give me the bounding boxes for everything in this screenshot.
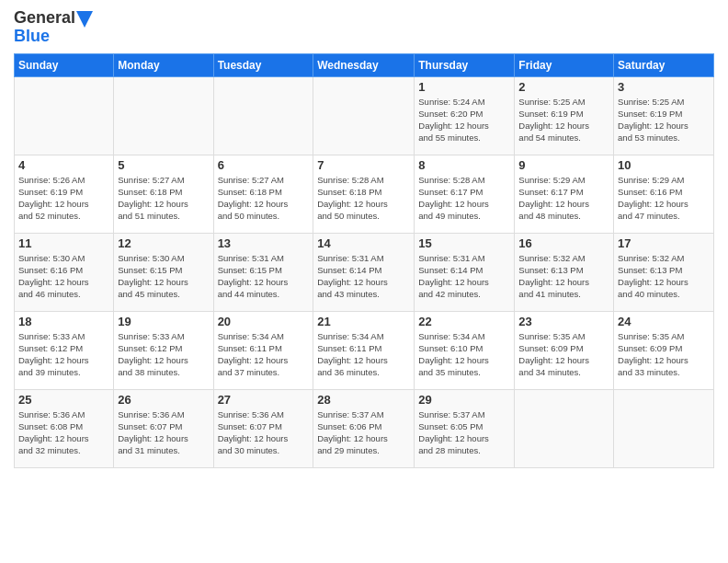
logo: General Blue xyxy=(14,9,94,46)
day-cell: 3Sunrise: 5:25 AMSunset: 6:19 PMDaylight… xyxy=(614,76,714,155)
day-number: 8 xyxy=(418,158,510,172)
weekday-header-wednesday: Wednesday xyxy=(313,53,415,76)
day-cell: 4Sunrise: 5:26 AMSunset: 6:19 PMDaylight… xyxy=(15,155,114,233)
week-row-1: 1Sunrise: 5:24 AMSunset: 6:20 PMDaylight… xyxy=(15,76,714,155)
day-info: Sunrise: 5:31 AMSunset: 6:15 PMDaylight:… xyxy=(218,253,289,300)
day-number: 22 xyxy=(418,315,510,328)
day-number: 1 xyxy=(418,80,510,94)
day-info: Sunrise: 5:34 AMSunset: 6:11 PMDaylight:… xyxy=(317,331,388,378)
day-info: Sunrise: 5:29 AMSunset: 6:16 PMDaylight:… xyxy=(618,175,688,222)
day-cell: 14Sunrise: 5:31 AMSunset: 6:14 PMDayligh… xyxy=(313,233,415,311)
page-container: General Blue SundayMondayTuesdayWednesda… xyxy=(0,0,728,477)
day-number: 12 xyxy=(118,236,209,250)
day-info: Sunrise: 5:36 AMSunset: 6:07 PMDaylight:… xyxy=(218,409,289,456)
weekday-header-tuesday: Tuesday xyxy=(213,53,313,76)
day-cell: 18Sunrise: 5:33 AMSunset: 6:12 PMDayligh… xyxy=(15,311,114,389)
day-cell: 8Sunrise: 5:28 AMSunset: 6:17 PMDaylight… xyxy=(415,155,515,233)
weekday-header-sunday: Sunday xyxy=(15,53,114,76)
day-info: Sunrise: 5:24 AMSunset: 6:20 PMDaylight:… xyxy=(418,97,489,144)
day-cell: 27Sunrise: 5:36 AMSunset: 6:07 PMDayligh… xyxy=(213,389,313,467)
weekday-header-monday: Monday xyxy=(114,53,213,76)
day-cell: 12Sunrise: 5:30 AMSunset: 6:15 PMDayligh… xyxy=(114,233,213,311)
day-info: Sunrise: 5:25 AMSunset: 6:19 PMDaylight:… xyxy=(518,97,589,144)
day-cell: 28Sunrise: 5:37 AMSunset: 6:06 PMDayligh… xyxy=(313,389,415,467)
day-number: 4 xyxy=(18,158,109,172)
day-number: 18 xyxy=(18,315,109,328)
day-cell: 6Sunrise: 5:27 AMSunset: 6:18 PMDaylight… xyxy=(213,155,313,233)
day-cell xyxy=(614,389,714,467)
day-info: Sunrise: 5:29 AMSunset: 6:17 PMDaylight:… xyxy=(518,175,589,222)
day-cell: 26Sunrise: 5:36 AMSunset: 6:07 PMDayligh… xyxy=(114,389,213,467)
day-info: Sunrise: 5:28 AMSunset: 6:18 PMDaylight:… xyxy=(317,175,388,222)
week-row-4: 18Sunrise: 5:33 AMSunset: 6:12 PMDayligh… xyxy=(15,311,714,389)
day-number: 7 xyxy=(317,158,410,172)
day-cell: 11Sunrise: 5:30 AMSunset: 6:16 PMDayligh… xyxy=(15,233,114,311)
day-number: 13 xyxy=(218,236,310,250)
day-number: 11 xyxy=(18,236,109,250)
day-cell: 23Sunrise: 5:35 AMSunset: 6:09 PMDayligh… xyxy=(515,311,614,389)
day-info: Sunrise: 5:30 AMSunset: 6:15 PMDaylight:… xyxy=(118,253,188,300)
day-info: Sunrise: 5:33 AMSunset: 6:12 PMDaylight:… xyxy=(18,331,89,378)
day-info: Sunrise: 5:36 AMSunset: 6:08 PMDaylight:… xyxy=(18,409,89,456)
day-cell: 10Sunrise: 5:29 AMSunset: 6:16 PMDayligh… xyxy=(614,155,714,233)
day-cell xyxy=(213,76,313,155)
day-info: Sunrise: 5:34 AMSunset: 6:11 PMDaylight:… xyxy=(218,331,289,378)
calendar-table: SundayMondayTuesdayWednesdayThursdayFrid… xyxy=(14,53,714,468)
day-cell: 9Sunrise: 5:29 AMSunset: 6:17 PMDaylight… xyxy=(515,155,614,233)
day-info: Sunrise: 5:25 AMSunset: 6:19 PMDaylight:… xyxy=(618,97,688,144)
day-info: Sunrise: 5:31 AMSunset: 6:14 PMDaylight:… xyxy=(317,253,388,300)
day-cell xyxy=(114,76,213,155)
weekday-header-thursday: Thursday xyxy=(415,53,515,76)
day-info: Sunrise: 5:37 AMSunset: 6:06 PMDaylight:… xyxy=(317,409,388,456)
week-row-2: 4Sunrise: 5:26 AMSunset: 6:19 PMDaylight… xyxy=(15,155,714,233)
day-number: 9 xyxy=(518,158,609,172)
logo-general: General xyxy=(14,8,75,27)
day-number: 28 xyxy=(317,393,410,407)
logo-text: General Blue xyxy=(14,9,94,46)
day-number: 25 xyxy=(18,393,109,407)
day-cell: 5Sunrise: 5:27 AMSunset: 6:18 PMDaylight… xyxy=(114,155,213,233)
day-info: Sunrise: 5:32 AMSunset: 6:13 PMDaylight:… xyxy=(518,253,589,300)
weekday-header-row: SundayMondayTuesdayWednesdayThursdayFrid… xyxy=(15,53,714,76)
day-info: Sunrise: 5:35 AMSunset: 6:09 PMDaylight:… xyxy=(518,331,589,378)
day-number: 10 xyxy=(618,158,710,172)
day-number: 14 xyxy=(317,236,410,250)
day-info: Sunrise: 5:35 AMSunset: 6:09 PMDaylight:… xyxy=(618,331,688,378)
day-cell: 15Sunrise: 5:31 AMSunset: 6:14 PMDayligh… xyxy=(415,233,515,311)
day-cell: 13Sunrise: 5:31 AMSunset: 6:15 PMDayligh… xyxy=(213,233,313,311)
day-number: 15 xyxy=(418,236,510,250)
day-cell: 7Sunrise: 5:28 AMSunset: 6:18 PMDaylight… xyxy=(313,155,415,233)
header: General Blue xyxy=(14,9,714,46)
logo-triangle-icon xyxy=(76,11,93,28)
day-info: Sunrise: 5:36 AMSunset: 6:07 PMDaylight:… xyxy=(118,409,188,456)
day-info: Sunrise: 5:33 AMSunset: 6:12 PMDaylight:… xyxy=(118,331,188,378)
day-cell xyxy=(15,76,114,155)
week-row-3: 11Sunrise: 5:30 AMSunset: 6:16 PMDayligh… xyxy=(15,233,714,311)
day-cell: 22Sunrise: 5:34 AMSunset: 6:10 PMDayligh… xyxy=(415,311,515,389)
day-number: 27 xyxy=(218,393,310,407)
day-info: Sunrise: 5:28 AMSunset: 6:17 PMDaylight:… xyxy=(418,175,489,222)
day-info: Sunrise: 5:27 AMSunset: 6:18 PMDaylight:… xyxy=(118,175,188,222)
day-number: 19 xyxy=(118,315,209,328)
day-number: 3 xyxy=(618,80,710,94)
day-number: 2 xyxy=(518,80,609,94)
day-cell: 1Sunrise: 5:24 AMSunset: 6:20 PMDaylight… xyxy=(415,76,515,155)
day-number: 17 xyxy=(618,236,710,250)
day-cell: 2Sunrise: 5:25 AMSunset: 6:19 PMDaylight… xyxy=(515,76,614,155)
day-info: Sunrise: 5:30 AMSunset: 6:16 PMDaylight:… xyxy=(18,253,89,300)
day-number: 16 xyxy=(518,236,609,250)
day-info: Sunrise: 5:27 AMSunset: 6:18 PMDaylight:… xyxy=(218,175,289,222)
day-number: 6 xyxy=(218,158,310,172)
day-cell: 24Sunrise: 5:35 AMSunset: 6:09 PMDayligh… xyxy=(614,311,714,389)
day-cell xyxy=(313,76,415,155)
day-number: 24 xyxy=(618,315,710,328)
day-number: 20 xyxy=(218,315,310,328)
day-cell: 29Sunrise: 5:37 AMSunset: 6:05 PMDayligh… xyxy=(415,389,515,467)
day-cell xyxy=(515,389,614,467)
logo-blue: Blue xyxy=(14,27,50,45)
day-info: Sunrise: 5:37 AMSunset: 6:05 PMDaylight:… xyxy=(418,409,489,456)
day-number: 23 xyxy=(518,315,609,328)
day-number: 26 xyxy=(118,393,209,407)
day-number: 5 xyxy=(118,158,209,172)
day-info: Sunrise: 5:31 AMSunset: 6:14 PMDaylight:… xyxy=(418,253,489,300)
